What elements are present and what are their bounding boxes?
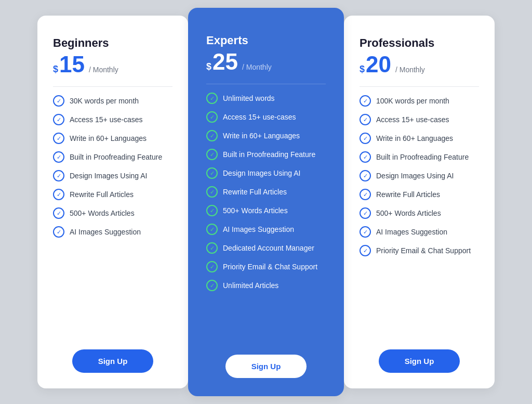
check-icon: ✓	[360, 95, 371, 107]
signup-button-professionals[interactable]: Sign Up	[379, 349, 460, 373]
feature-item: ✓Priority Email & Chat Support	[206, 261, 326, 272]
price-period: / Monthly	[395, 66, 425, 74]
check-icon: ✓	[53, 95, 64, 107]
feature-list: ✓Unlimited words✓Access 15+ use-cases✓Wr…	[206, 93, 326, 342]
price-row: $25/ Monthly	[206, 50, 326, 73]
feature-text: 500+ Words Articles	[70, 209, 135, 217]
price-amount: 15	[59, 53, 85, 76]
check-icon: ✓	[206, 167, 218, 179]
feature-item: ✓AI Images Suggestion	[53, 226, 172, 238]
feature-item: ✓Design Images Using AI	[360, 170, 479, 181]
check-icon: ✓	[206, 242, 218, 254]
check-icon: ✓	[206, 280, 218, 291]
feature-text: Priority Email & Chat Support	[376, 246, 471, 255]
check-icon: ✓	[360, 170, 371, 181]
feature-text: Built in Proofreading Feature	[376, 153, 469, 161]
divider	[360, 86, 479, 87]
price-period: / Monthly	[89, 66, 118, 74]
feature-list: ✓30K words per month✓Access 15+ use-case…	[53, 95, 172, 337]
price-row: $15/ Monthly	[53, 53, 172, 76]
feature-text: Priority Email & Chat Support	[223, 263, 317, 271]
plan-card-experts: Experts$25/ Monthly✓Unlimited words✓Acce…	[188, 8, 344, 396]
feature-item: ✓Unlimited words	[206, 93, 326, 104]
plan-name: Professionals	[360, 36, 479, 50]
plan-name: Beginners	[53, 36, 172, 50]
check-icon: ✓	[206, 224, 218, 235]
feature-text: Write in 60+ Languages	[223, 132, 300, 140]
plan-card-beginners: Beginners$15/ Monthly✓30K words per mont…	[37, 16, 188, 388]
feature-text: 500+ Words Articles	[223, 206, 288, 215]
feature-item: ✓Built in Proofreading Feature	[360, 151, 479, 163]
feature-item: ✓Write in 60+ Languages	[53, 133, 172, 144]
check-icon: ✓	[53, 114, 64, 125]
feature-text: Built in Proofreading Feature	[223, 150, 315, 159]
check-icon: ✓	[206, 261, 218, 272]
feature-text: AI Images Suggestion	[70, 228, 141, 236]
feature-item: ✓AI Images Suggestion	[360, 226, 479, 238]
signup-button-experts[interactable]: Sign Up	[225, 355, 307, 378]
feature-item: ✓Access 15+ use-cases	[360, 114, 479, 125]
feature-item: ✓500+ Words Articles	[360, 207, 479, 219]
feature-text: Design Images Using AI	[70, 172, 147, 180]
check-icon: ✓	[53, 133, 64, 144]
feature-item: ✓Priority Email & Chat Support	[360, 245, 479, 256]
feature-item: ✓Write in 60+ Languages	[360, 133, 479, 144]
check-icon: ✓	[206, 149, 218, 160]
feature-text: Access 15+ use-cases	[223, 113, 296, 121]
check-icon: ✓	[360, 207, 371, 219]
check-icon: ✓	[206, 186, 218, 198]
check-icon: ✓	[360, 133, 371, 144]
feature-text: 500+ Words Articles	[376, 209, 441, 217]
feature-text: AI Images Suggestion	[376, 228, 447, 236]
feature-text: Design Images Using AI	[376, 172, 454, 180]
feature-text: Design Images Using AI	[223, 169, 300, 177]
cta-wrapper: Sign Up	[360, 349, 479, 373]
feature-item: ✓Design Images Using AI	[206, 167, 326, 179]
feature-text: Rewrite Full Articles	[376, 190, 440, 199]
price-amount: 25	[212, 50, 238, 73]
feature-text: AI Images Suggestion	[223, 225, 294, 233]
feature-item: ✓500+ Words Articles	[206, 205, 326, 216]
feature-item: ✓30K words per month	[53, 95, 172, 107]
currency-symbol: $	[360, 64, 365, 75]
check-icon: ✓	[53, 189, 64, 200]
feature-item: ✓Rewrite Full Articles	[206, 186, 326, 198]
feature-item: ✓Rewrite Full Articles	[53, 189, 172, 200]
price-row: $20/ Monthly	[360, 53, 479, 76]
feature-item: ✓AI Images Suggestion	[206, 224, 326, 235]
feature-item: ✓100K words per month	[360, 95, 479, 107]
plan-card-professionals: Professionals$20/ Monthly✓100K words per…	[344, 16, 495, 388]
check-icon: ✓	[360, 226, 371, 238]
pricing-wrapper: Beginners$15/ Monthly✓30K words per mont…	[0, 0, 532, 404]
feature-item: ✓Access 15+ use-cases	[53, 114, 172, 125]
signup-button-beginners[interactable]: Sign Up	[72, 349, 154, 373]
feature-item: ✓500+ Words Articles	[53, 207, 172, 219]
check-icon: ✓	[360, 151, 371, 163]
feature-item: ✓Write in 60+ Languages	[206, 130, 326, 141]
check-icon: ✓	[206, 111, 218, 123]
check-icon: ✓	[206, 93, 218, 104]
feature-text: Rewrite Full Articles	[70, 190, 134, 199]
check-icon: ✓	[360, 114, 371, 125]
feature-text: 100K words per month	[376, 97, 449, 105]
check-icon: ✓	[53, 226, 64, 238]
feature-text: Unlimited Articles	[223, 281, 278, 290]
check-icon: ✓	[53, 170, 64, 181]
feature-text: Write in 60+ Languages	[70, 134, 147, 142]
check-icon: ✓	[360, 189, 371, 200]
feature-item: ✓Design Images Using AI	[53, 170, 172, 181]
price-period: / Monthly	[242, 63, 272, 71]
currency-symbol: $	[53, 64, 58, 75]
divider	[206, 84, 326, 84]
feature-item: ✓Rewrite Full Articles	[360, 189, 479, 200]
currency-symbol: $	[206, 61, 211, 72]
price-amount: 20	[366, 53, 391, 76]
feature-item: ✓Access 15+ use-cases	[206, 111, 326, 123]
check-icon: ✓	[53, 207, 64, 219]
feature-item: ✓Unlimited Articles	[206, 280, 326, 291]
feature-text: Dedicated Account Manager	[223, 244, 314, 252]
check-icon: ✓	[360, 245, 371, 256]
check-icon: ✓	[53, 151, 64, 163]
cta-wrapper: Sign Up	[206, 355, 326, 378]
divider	[53, 86, 172, 87]
